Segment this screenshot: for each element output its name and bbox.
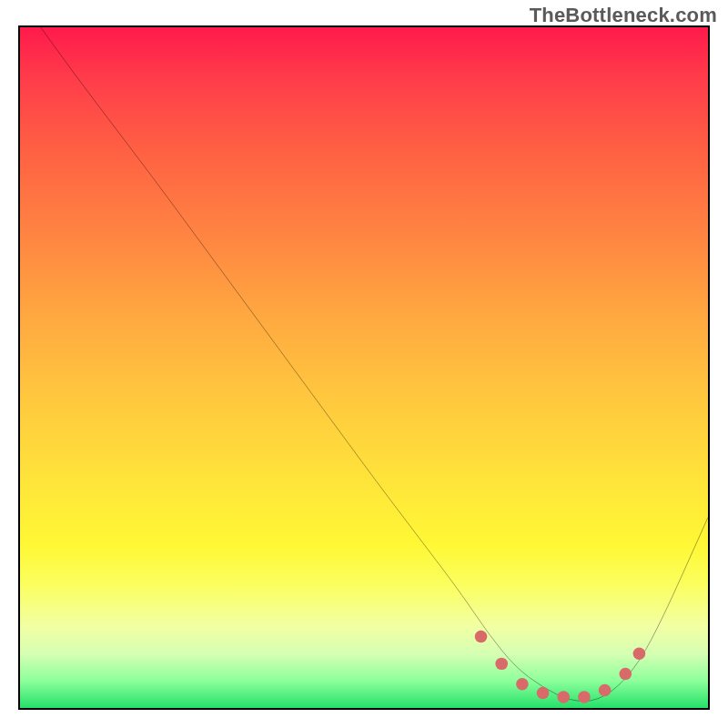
chart-svg (20, 27, 708, 708)
marker-dot (619, 668, 632, 680)
highlighted-minimum-markers (475, 631, 645, 703)
marker-dot (557, 691, 570, 703)
plot-area (18, 25, 710, 710)
marker-dot (495, 658, 508, 670)
chart-frame: TheBottleneck.com (0, 0, 728, 728)
marker-dot (578, 691, 591, 703)
marker-dot (599, 684, 612, 696)
marker-dot (633, 647, 646, 659)
watermark-text: TheBottleneck.com (530, 4, 717, 27)
marker-dot (516, 678, 529, 690)
bottleneck-curve (41, 27, 708, 702)
marker-dot (475, 631, 488, 642)
marker-dot (537, 687, 550, 699)
